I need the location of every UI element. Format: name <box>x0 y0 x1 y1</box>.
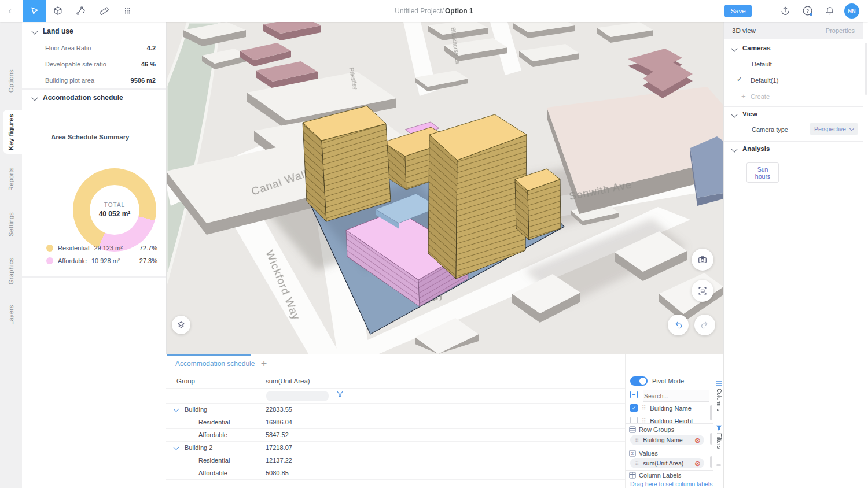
undo-button[interactable] <box>668 315 689 335</box>
cameras-section-title[interactable]: Cameras <box>742 45 771 51</box>
volume-tool-button[interactable] <box>46 0 69 22</box>
column-labels-header: Column Labels <box>629 472 681 479</box>
camera-item-default-1[interactable]: Default(1) <box>751 77 778 84</box>
checked-checkbox[interactable]: ✓ <box>630 404 638 412</box>
scrollbar-mark[interactable] <box>710 405 712 420</box>
active-tab-indicator <box>167 354 251 356</box>
upload-icon <box>779 5 791 17</box>
scrollbar-track[interactable] <box>863 22 868 488</box>
drag-handle-icon[interactable]: ⠿ <box>635 460 639 467</box>
sum-filter-input[interactable] <box>266 391 329 401</box>
scrollbar-mark[interactable] <box>716 464 721 466</box>
collapse-analysis-icon[interactable] <box>731 146 737 152</box>
plus-icon: + <box>741 92 746 101</box>
collapse-accommodation-icon[interactable] <box>31 94 38 101</box>
scrollbar-thumb[interactable] <box>865 43 867 95</box>
value-chip[interactable]: ⠿ sum(Unit Area) ⊗ <box>630 458 704 468</box>
drag-handle-icon[interactable]: ⠿ <box>635 437 639 443</box>
back-button[interactable]: ‹ <box>2 3 17 19</box>
top-bar: ‹ <box>0 0 868 22</box>
remove-icon[interactable]: ⊗ <box>694 460 701 467</box>
row-group-chip[interactable]: ⠿ Building Name ⊗ <box>630 435 704 445</box>
layers-button[interactable] <box>172 316 190 334</box>
yellow-tower-left[interactable] <box>303 106 391 221</box>
remove-icon[interactable]: ⊗ <box>694 437 701 444</box>
land-use-title[interactable]: Land use <box>43 27 73 35</box>
row-child-label: Affordable <box>198 431 227 438</box>
row-value: 16986.04 <box>266 419 292 426</box>
measure-tool-button[interactable] <box>93 0 116 22</box>
section-tool-button[interactable] <box>116 0 139 22</box>
column-separator <box>259 374 259 480</box>
collapse-view-icon[interactable] <box>731 111 737 117</box>
help-button[interactable]: ? <box>801 4 815 18</box>
create-camera-button[interactable]: Create <box>751 93 770 100</box>
share-button[interactable] <box>778 4 792 18</box>
row-group-label: Building <box>185 406 207 413</box>
select-all-checkbox[interactable]: − <box>630 391 638 398</box>
camera-type-select[interactable]: Perspective <box>810 123 858 135</box>
tab-filters[interactable]: Filters <box>713 425 724 449</box>
select-tool-button[interactable] <box>23 0 46 22</box>
sun-hours-button[interactable]: Sun hours <box>746 162 779 183</box>
row-value: 17218.07 <box>266 444 292 451</box>
sidebar-item-options[interactable]: Options <box>0 66 22 96</box>
yellow-tower-small[interactable] <box>515 169 561 240</box>
tab-accommodation-schedule[interactable]: Accommodation schedule <box>175 360 255 368</box>
column-labels-drop-hint[interactable]: Drag here to set column labels <box>630 480 712 487</box>
drag-handle-icon[interactable]: ⠿ <box>642 405 646 411</box>
grid-line <box>166 479 625 480</box>
row-value: 5847.52 <box>266 431 289 438</box>
section-divider <box>724 106 863 107</box>
column-search-input[interactable] <box>643 390 709 402</box>
tool-panel-divider <box>626 448 713 448</box>
column-header-group[interactable]: Group <box>176 378 195 385</box>
accommodation-schedule-title[interactable]: Accomodation schedule <box>43 94 123 102</box>
save-button[interactable]: Save <box>724 5 752 17</box>
collapse-cameras-icon[interactable] <box>731 45 737 51</box>
map-3d-scene[interactable]: Canal Walk Green Ferry Way Wickford Way … <box>166 22 723 354</box>
sidebar-item-settings[interactable]: Settings <box>0 210 22 238</box>
tool-panel-divider <box>626 423 713 424</box>
row-value: 5080.85 <box>266 469 289 476</box>
pivot-mode-toggle[interactable] <box>630 376 648 386</box>
sidebar-item-layers[interactable]: Layers <box>0 302 22 328</box>
avatar[interactable]: NN <box>844 3 859 19</box>
column-header-sum-unit-area[interactable]: sum(Unit Area) <box>266 378 310 385</box>
filter-menu-button[interactable] <box>336 390 344 399</box>
expand-chevron-icon[interactable] <box>174 406 179 412</box>
yellow-tower-tall[interactable] <box>428 114 527 279</box>
collapse-land-use-icon[interactable] <box>31 28 38 34</box>
field-building-name[interactable]: ✓ ⠿ Building Name <box>626 404 692 412</box>
zoom-to-fit-button[interactable] <box>692 280 713 302</box>
camera-icon <box>697 254 708 265</box>
sidebar-item-reports[interactable]: Reports <box>0 165 22 193</box>
row-group-label: Building 2 <box>185 444 212 451</box>
notifications-button[interactable] <box>823 4 837 18</box>
grid-line <box>166 428 625 429</box>
chevron-down-icon <box>849 126 854 131</box>
add-tab-button[interactable]: + <box>258 357 270 370</box>
sidebar-item-graphics[interactable]: Graphics <box>0 257 22 286</box>
developable-site-ratio-value: 46 % <box>141 61 156 68</box>
sidebar-item-key-figures[interactable]: Key figures <box>0 112 22 152</box>
properties-label[interactable]: Properties <box>826 27 855 34</box>
scrollbar-mark[interactable] <box>710 456 712 468</box>
pivot-mode-label: Pivot Mode <box>652 378 684 385</box>
scrollbar-mark[interactable] <box>710 433 712 445</box>
funnel-icon <box>716 425 722 431</box>
view-section-title[interactable]: View <box>742 110 757 117</box>
redo-button[interactable] <box>694 315 715 335</box>
values-header: Σ Values <box>629 450 658 457</box>
row-groups-title: Row Groups <box>639 426 674 433</box>
camera-item-default[interactable]: Default <box>752 61 772 68</box>
map-3d-viewport[interactable]: Canal Walk Green Ferry Way Wickford Way … <box>166 22 723 354</box>
grid-line <box>166 388 625 389</box>
analysis-section-title[interactable]: Analysis <box>742 145 770 152</box>
tab-columns[interactable]: Columns <box>713 381 724 411</box>
screenshot-button[interactable] <box>692 249 713 271</box>
expand-chevron-icon[interactable] <box>174 445 179 450</box>
properties-panel: 3D view Properties Cameras Default ✓ Def… <box>723 22 868 488</box>
floor-area-ratio-label: Floor Area Ratio <box>45 45 91 51</box>
path-tool-button[interactable] <box>69 0 93 22</box>
